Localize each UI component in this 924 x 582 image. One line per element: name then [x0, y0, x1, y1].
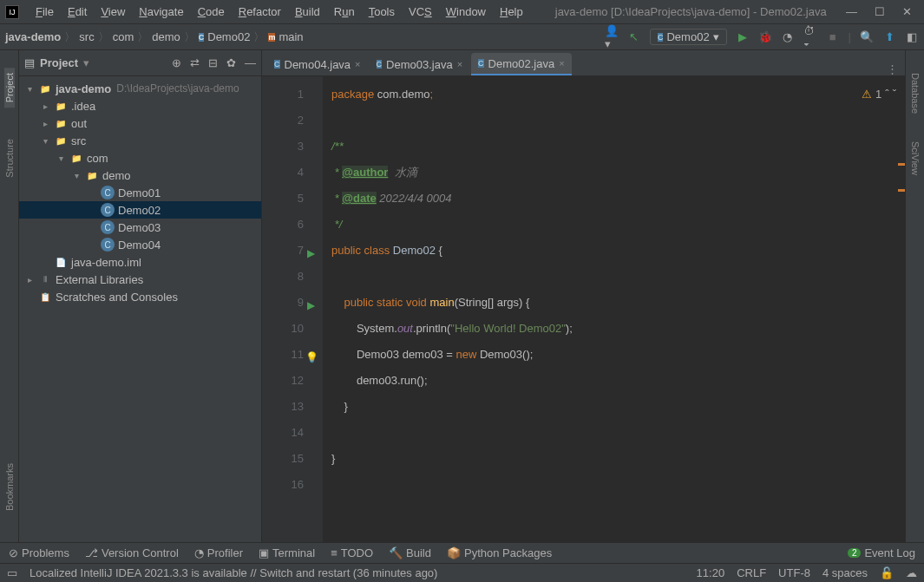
tree-item-idea[interactable]: ▸📁 .idea: [19, 97, 261, 114]
menu-run[interactable]: Run: [328, 3, 361, 20]
tool-todo[interactable]: ≡TODO: [331, 546, 373, 559]
tab-options-icon[interactable]: ⋮: [887, 62, 905, 75]
tree-item-class[interactable]: C Demo04: [19, 236, 261, 253]
run-gutter-icon[interactable]: ▶: [307, 240, 315, 266]
tree-label: com: [87, 152, 108, 165]
menu-edit[interactable]: Edit: [62, 3, 93, 20]
menu-refactor[interactable]: Refactor: [233, 3, 287, 20]
inspection-widget[interactable]: ⚠1 ˆ ˇ: [862, 82, 896, 108]
hide-icon[interactable]: —: [245, 56, 256, 69]
menu-help[interactable]: Help: [494, 3, 529, 20]
settings-icon[interactable]: ✿: [226, 56, 236, 69]
breadcrumb-item[interactable]: demo: [152, 30, 180, 43]
tool-build[interactable]: 🔨Build: [389, 546, 431, 559]
tab-close-icon[interactable]: ×: [457, 59, 462, 69]
status-message[interactable]: Localized IntelliJ IDEA 2021.3.3 is avai…: [29, 566, 685, 579]
chevron-up-icon[interactable]: ˆ: [885, 82, 888, 108]
tool-problems[interactable]: ⊘Problems: [9, 546, 69, 559]
coverage-button[interactable]: ◔: [781, 30, 795, 44]
status-encoding[interactable]: UTF-8: [778, 566, 810, 579]
problems-icon: ⊘: [9, 546, 18, 559]
tree-root[interactable]: ▾📁 java-demo D:\IdeaProjects\java-demo: [19, 80, 261, 97]
tree-item-com[interactable]: ▾📁 com: [19, 149, 261, 167]
menu-tools[interactable]: Tools: [363, 3, 401, 20]
user-icon[interactable]: 👤▾: [605, 30, 619, 44]
run-button[interactable]: ▶: [736, 30, 750, 44]
update-icon[interactable]: ⬆: [882, 30, 896, 44]
tab-close-icon[interactable]: ×: [559, 58, 564, 69]
close-icon[interactable]: ✕: [902, 5, 912, 18]
menu-window[interactable]: Window: [440, 3, 492, 20]
tab-close-icon[interactable]: ×: [355, 59, 360, 69]
profile-button[interactable]: ⏱▾: [803, 30, 817, 44]
tool-eventlog[interactable]: 2Event Log: [848, 546, 915, 559]
minimize-icon[interactable]: —: [846, 5, 857, 18]
breadcrumb: java-demo〉 src〉 com〉 demo〉 C Demo02〉 m m…: [5, 29, 304, 45]
status-separator[interactable]: CRLF: [737, 566, 766, 579]
scroll-marker[interactable]: [898, 189, 905, 192]
warning-count: 1: [875, 82, 881, 108]
collapse-icon[interactable]: ⊟: [208, 56, 218, 69]
tool-terminal[interactable]: ▣Terminal: [259, 546, 315, 559]
editor-body[interactable]: package com.demo; /** * @author 水滴 * @da…: [323, 76, 905, 542]
tree-label: demo: [102, 169, 131, 182]
editor-tab[interactable]: C Demo04.java ×: [267, 53, 368, 75]
tool-vcs[interactable]: ⎇Version Control: [85, 546, 179, 559]
editor-tab[interactable]: C Demo03.java ×: [370, 53, 470, 75]
folder-icon: 📁: [54, 99, 68, 113]
menu-file[interactable]: File: [29, 3, 60, 20]
menu-view[interactable]: View: [95, 3, 131, 20]
breadcrumb-item[interactable]: com: [113, 30, 134, 43]
tree-item-demo[interactable]: ▾📁 demo: [19, 167, 261, 184]
back-icon[interactable]: ↖: [627, 30, 641, 44]
tree-item-src[interactable]: ▾📁 src: [19, 132, 261, 149]
tree-item-class[interactable]: C Demo03: [19, 219, 261, 236]
tool-database[interactable]: Database: [910, 68, 921, 119]
locate-icon[interactable]: ⊕: [172, 56, 181, 69]
tool-structure[interactable]: Structure: [4, 134, 15, 183]
expand-icon[interactable]: ⇄: [190, 56, 200, 69]
scratch-icon: 📋: [38, 290, 52, 304]
maximize-icon[interactable]: ☐: [875, 5, 885, 18]
tool-bookmarks[interactable]: Bookmarks: [4, 458, 15, 516]
tree-item-scratches[interactable]: 📋 Scratches and Consoles: [19, 288, 261, 305]
editor-tab[interactable]: C Demo02.java ×: [471, 53, 572, 75]
menu-code[interactable]: Code: [192, 3, 231, 20]
ide-features-icon[interactable]: ◧: [905, 30, 919, 44]
run-config-label: Demo02: [666, 30, 709, 43]
tree-item-iml[interactable]: 📄 java-demo.iml: [19, 253, 261, 271]
tree-item-class[interactable]: C Demo01: [19, 184, 261, 201]
breadcrumb-item[interactable]: Demo02: [207, 30, 250, 43]
scroll-marker[interactable]: [898, 163, 905, 166]
tree-item-out[interactable]: ▸📁 out: [19, 114, 261, 132]
search-icon[interactable]: 🔍: [860, 30, 874, 44]
folder-icon: 📁: [38, 82, 52, 95]
menu-vcs[interactable]: VCS: [403, 3, 438, 20]
bulb-icon[interactable]: 💡: [305, 344, 318, 370]
tool-sciview[interactable]: SciView: [910, 136, 921, 180]
run-gutter-icon[interactable]: ▶: [307, 292, 315, 318]
breadcrumb-item[interactable]: main: [279, 30, 303, 43]
tool-python[interactable]: 📦Python Packages: [447, 546, 552, 559]
statusbar-icon[interactable]: ▭: [7, 566, 17, 579]
hammer-icon: 🔨: [389, 546, 403, 559]
sidebar-title[interactable]: Project: [40, 56, 78, 69]
breadcrumb-item[interactable]: java-demo: [5, 30, 61, 43]
tool-profiler[interactable]: ◔Profiler: [194, 546, 243, 559]
tool-project[interactable]: Project: [4, 68, 15, 108]
tree-label: java-demo.iml: [71, 256, 141, 269]
readonly-icon[interactable]: 🔓: [880, 566, 894, 579]
menu-navigate[interactable]: Navigate: [133, 3, 189, 20]
line-gutter: 1234 5678 9101112 13141516 ▶ ▶ 💡: [262, 76, 323, 542]
run-config-selector[interactable]: C Demo02 ▾: [650, 29, 727, 45]
debug-button[interactable]: 🐞: [758, 30, 772, 44]
stop-button[interactable]: ■: [826, 30, 840, 44]
tree-item-class[interactable]: C Demo02: [19, 201, 261, 219]
tree-item-external[interactable]: ▸⫴ External Libraries: [19, 271, 261, 288]
notifications-icon[interactable]: ☁: [906, 566, 917, 579]
menu-build[interactable]: Build: [289, 3, 326, 20]
status-indent[interactable]: 4 spaces: [822, 566, 868, 579]
package-icon: 📁: [85, 168, 99, 182]
breadcrumb-item[interactable]: src: [79, 30, 94, 43]
chevron-down-icon[interactable]: ▾: [83, 56, 89, 69]
